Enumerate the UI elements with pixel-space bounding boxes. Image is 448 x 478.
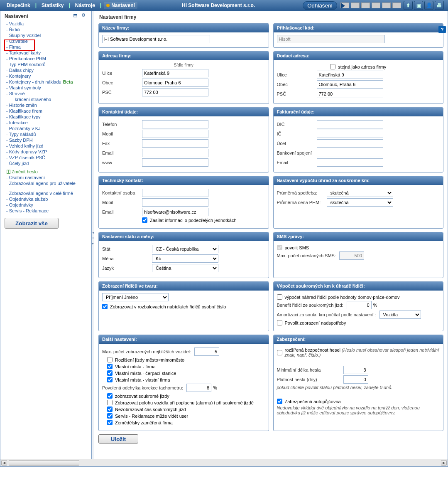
address-input[interactable] <box>142 88 208 96</box>
billing-input[interactable] <box>317 149 383 157</box>
state-select[interactable]: Kč <box>152 254 218 263</box>
sidebar-item[interactable]: Sazby DPH <box>9 138 33 143</box>
sidebar-item[interactable]: Účely jízd <box>9 161 29 166</box>
sidebar-item[interactable]: Typ PHM souborů <box>9 62 46 67</box>
home-work-home-checkbox[interactable] <box>277 294 282 300</box>
sidebar-personal-settings[interactable]: Osobní nastavení <box>9 175 45 180</box>
print-icon[interactable]: 🖶 <box>435 1 444 10</box>
flag-sk[interactable] <box>372 2 380 8</box>
box-icon[interactable]: ▣ <box>414 1 423 10</box>
sidebar-item[interactable]: Kontejnery <box>9 74 31 79</box>
sidebar-order-services[interactable]: Objednávka služeb <box>9 197 48 202</box>
checkbox[interactable] <box>107 377 113 382</box>
contact-input[interactable] <box>142 158 208 167</box>
checkbox[interactable] <box>107 370 113 376</box>
scroll-left-arrow[interactable]: ◀ <box>1 460 7 466</box>
state-select[interactable]: CZ - Česká republika <box>152 245 218 253</box>
checkbox[interactable] <box>107 413 113 419</box>
secure-rental-checkbox[interactable] <box>277 399 282 404</box>
suspicious-units-checkbox[interactable] <box>142 217 147 223</box>
sidebar-item[interactable]: Vlastní symboly <box>9 85 41 90</box>
sidebar-item[interactable]: krácení stravného <box>15 97 51 102</box>
flag-hu[interactable] <box>392 2 401 8</box>
menu-statistics[interactable]: Statistiky <box>39 2 66 9</box>
logout-button[interactable]: Odhlášení <box>303 1 337 10</box>
contact-input[interactable] <box>142 149 208 157</box>
sidebar-service[interactable]: Servis - Reklamace <box>9 208 49 213</box>
sidebar-gear-icon[interactable]: ⚙ <box>81 12 88 19</box>
flag-uk[interactable] <box>351 2 360 8</box>
benefit-input[interactable] <box>347 301 372 309</box>
sidebar-item[interactable]: Kódy dopravy VZP <box>9 149 47 154</box>
sidebar-orders[interactable]: Objednávky <box>9 202 33 207</box>
driver-personal-number-checkbox[interactable] <box>102 304 108 309</box>
checkbox[interactable] <box>107 420 113 425</box>
delivery-input[interactable] <box>317 71 383 79</box>
sidebar-item[interactable]: Interakce <box>9 120 28 125</box>
extended-password-checkbox[interactable] <box>277 350 282 355</box>
delivery-input[interactable] <box>317 90 383 98</box>
contact-input[interactable] <box>142 139 208 148</box>
sidebar-item[interactable]: Firma <box>9 44 21 49</box>
sidebar-agend-firm[interactable]: Zobrazování agend v celé firmě <box>9 191 73 196</box>
sidebar-item[interactable]: Uživatele <box>9 39 28 44</box>
export-icon[interactable]: ⬆ <box>404 1 413 10</box>
flag-pl[interactable] <box>382 2 391 8</box>
sidebar-item[interactable]: Vzhled knihy jízd <box>9 143 44 148</box>
sidebar-item[interactable]: Skupiny vozidel <box>9 33 41 38</box>
amort-select[interactable]: Vozidla <box>379 310 421 319</box>
sidebar-item[interactable]: Předkontace PHM <box>9 56 46 61</box>
checkbox[interactable] <box>107 393 113 399</box>
billing-input[interactable] <box>317 139 383 148</box>
sidebar-item[interactable]: Dallas chipy <box>9 68 34 73</box>
menu-tools[interactable]: Nástroje <box>73 2 98 9</box>
menu-settings[interactable]: Nastavení <box>104 2 137 9</box>
private-km-select[interactable]: skutečná <box>327 189 393 197</box>
sidebar-item[interactable]: Klasifikace firem <box>9 108 42 113</box>
checkbox[interactable] <box>107 407 113 412</box>
sidebar-item[interactable]: VZP číselník PSČ <box>9 155 45 160</box>
sidebar-item[interactable]: Historie změn <box>9 103 37 108</box>
min-length-input[interactable] <box>343 366 368 374</box>
menu-dispatch[interactable]: Dispečink <box>4 2 33 9</box>
contact-input[interactable] <box>142 130 208 138</box>
checkbox[interactable] <box>107 357 113 362</box>
address-input[interactable] <box>142 79 208 87</box>
sidebar-item[interactable]: Klasifikace typy <box>9 114 41 119</box>
scroll-thumb[interactable] <box>9 460 79 466</box>
tech-input[interactable] <box>142 198 208 207</box>
address-input[interactable] <box>142 69 208 77</box>
user-icon[interactable]: 👤 <box>424 1 433 10</box>
validity-input[interactable] <box>343 375 368 384</box>
checkbox[interactable] <box>107 364 113 369</box>
billing-input[interactable] <box>317 158 383 167</box>
tech-input[interactable] <box>142 189 208 197</box>
contact-input[interactable] <box>142 120 208 128</box>
sidebar-item[interactable]: Vozidla <box>9 21 24 26</box>
scroll-right-arrow[interactable]: ▶ <box>441 460 447 466</box>
help-icon[interactable]: ? <box>438 26 446 33</box>
sidebar-change-password[interactable]: Změnit heslo <box>6 169 38 174</box>
billing-input[interactable] <box>317 120 383 128</box>
private-km-select[interactable]: skutečná <box>327 198 393 207</box>
driver-format-select[interactable]: Příjmení Jméno <box>102 293 169 301</box>
sidebar-item[interactable]: Poznámky v KJ <box>9 126 41 131</box>
state-select[interactable]: Čeština <box>152 264 218 272</box>
sidebar-item[interactable]: Tankovací karty <box>9 50 41 55</box>
flag-cz[interactable] <box>340 2 349 8</box>
max-vehicles-input[interactable] <box>194 347 219 356</box>
same-address-checkbox[interactable] <box>330 64 335 69</box>
show-all-button[interactable]: Zobrazit vše <box>5 218 59 229</box>
overconsumption-checkbox[interactable] <box>277 320 282 325</box>
sidebar-agend-user[interactable]: Zobrazování agend pro uživatele <box>9 181 76 186</box>
sidebar-item[interactable]: Řidiči <box>9 27 20 32</box>
deviation-input[interactable] <box>186 384 211 392</box>
company-name-input[interactable] <box>102 35 210 43</box>
sidebar-item[interactable]: Typy nákladů <box>9 132 36 137</box>
save-button[interactable]: Uložit <box>98 434 138 444</box>
sidebar-add-icon[interactable]: ⬒ <box>73 12 80 19</box>
sidebar-item[interactable]: Kontejnery - druh nákladu <box>9 79 61 84</box>
delivery-input[interactable] <box>317 80 383 89</box>
tech-input[interactable] <box>142 208 208 216</box>
sidebar-item[interactable]: Stravné <box>9 91 25 96</box>
